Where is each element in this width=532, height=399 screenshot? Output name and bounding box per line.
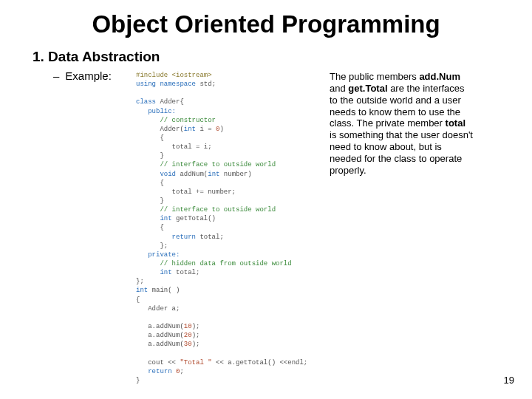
code-block: #include <iostream> using namespace std;…	[136, 71, 330, 385]
bullet-column: – Example:	[33, 69, 136, 83]
slide-title: Object Oriented Programming	[33, 10, 499, 38]
explanation-column: The public members add.Num and get.Total…	[330, 69, 474, 177]
section-heading: 1. Data Abstraction	[33, 49, 499, 65]
code-column: #include <iostream> using namespace std;…	[136, 69, 330, 385]
explanation-text: The public members add.Num and get.Total…	[330, 71, 474, 177]
page-number: 19	[504, 375, 514, 386]
slide: Object Oriented Programming 1. Data Abst…	[0, 0, 532, 385]
example-label: Example:	[65, 69, 112, 83]
content-row: – Example: #include <iostream> using nam…	[33, 69, 499, 385]
bullet-dash: –	[53, 69, 59, 83]
